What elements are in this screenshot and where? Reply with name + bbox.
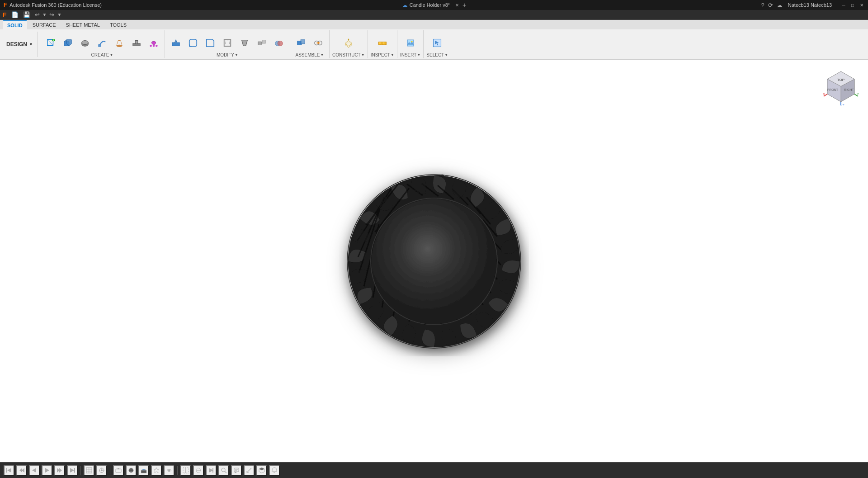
measure-2-btn[interactable] bbox=[244, 465, 255, 476]
title-bar-left: F Autodesk Fusion 360 (Education License… bbox=[4, 2, 102, 8]
canvas-area[interactable]: TOP RIGHT FRONT Z X Y bbox=[0, 60, 868, 462]
tab-surface[interactable]: SURFACE bbox=[28, 20, 61, 29]
app-menu-btn[interactable]: F bbox=[3, 11, 7, 19]
create-more-btn[interactable] bbox=[146, 34, 162, 52]
tab-solid[interactable]: SOLID bbox=[3, 20, 27, 29]
annotation-btn[interactable] bbox=[231, 465, 242, 476]
combine-btn[interactable] bbox=[271, 34, 287, 52]
undo-btn[interactable]: ↩ bbox=[33, 10, 42, 19]
svg-point-31 bbox=[317, 42, 319, 44]
assemble-icons bbox=[293, 31, 326, 52]
group-create: CREATE ▼ bbox=[40, 30, 165, 58]
timeline-play-fwd-btn[interactable] bbox=[42, 465, 52, 476]
maximize-btn[interactable]: □ bbox=[850, 2, 855, 8]
insert-mesh-btn[interactable] bbox=[401, 33, 420, 52]
ribbon: SOLID SURFACE SHEET METAL TOOLS DESIGN ▼ bbox=[0, 20, 868, 60]
insert-icons bbox=[401, 31, 420, 52]
grid-btn[interactable] bbox=[84, 465, 94, 476]
design-dropdown-btn[interactable]: DESIGN ▼ bbox=[2, 32, 38, 57]
inspect-label-btn[interactable]: INSPECT ▼ bbox=[371, 52, 394, 57]
construct-plane-btn[interactable] bbox=[340, 33, 358, 52]
separator-3 bbox=[177, 466, 178, 475]
timeline-step-back-btn[interactable] bbox=[16, 465, 27, 476]
press-pull-btn[interactable] bbox=[168, 34, 184, 52]
effects-btn[interactable] bbox=[151, 465, 162, 476]
svg-rect-27 bbox=[301, 39, 305, 43]
svg-rect-20 bbox=[225, 41, 229, 45]
object-btn[interactable] bbox=[164, 465, 175, 476]
draft-btn[interactable] bbox=[236, 34, 253, 52]
simulate-btn[interactable] bbox=[206, 465, 217, 476]
svg-line-129 bbox=[247, 468, 251, 473]
title-bar: F Autodesk Fusion 360 (Education License… bbox=[0, 0, 868, 10]
network-icon[interactable]: ⟳ bbox=[768, 2, 773, 9]
orientation-cube[interactable]: TOP RIGHT FRONT Z X Y bbox=[823, 69, 859, 105]
user-name[interactable]: Natecb13 Natecb13 bbox=[788, 2, 832, 8]
cloud-status-icon[interactable]: ☁ bbox=[777, 2, 783, 9]
create-label-btn[interactable]: CREATE ▼ bbox=[91, 52, 113, 57]
select-btn[interactable] bbox=[428, 33, 446, 52]
timeline-step-fwd-btn[interactable] bbox=[54, 465, 65, 476]
group-assemble: ASSEMBLE ▼ bbox=[290, 30, 330, 58]
new-sketch-btn[interactable] bbox=[42, 34, 59, 52]
fillet-btn[interactable] bbox=[185, 34, 201, 52]
svg-text:TOP: TOP bbox=[837, 78, 844, 82]
new-btn[interactable]: 📄 bbox=[9, 10, 20, 19]
ribbon-tabs: SOLID SURFACE SHEET METAL TOOLS bbox=[0, 20, 868, 29]
select-label-btn[interactable]: SELECT ▼ bbox=[426, 52, 448, 57]
viewport[interactable]: TOP RIGHT FRONT Z X Y bbox=[0, 60, 868, 462]
tab-sheet-metal[interactable]: SHEET METAL bbox=[61, 20, 104, 29]
construct-label-btn[interactable]: CONSTRUCT ▼ bbox=[332, 52, 365, 57]
select-icons bbox=[428, 31, 446, 52]
chamfer-btn[interactable] bbox=[202, 34, 218, 52]
rib-btn[interactable] bbox=[128, 34, 145, 52]
env-btn[interactable] bbox=[138, 465, 149, 476]
notification-btn[interactable] bbox=[269, 465, 280, 476]
measure-btn[interactable] bbox=[373, 33, 392, 52]
svg-point-116 bbox=[168, 469, 170, 471]
new-tab-btn[interactable]: + bbox=[462, 1, 466, 9]
group-insert: INSERT ▼ bbox=[397, 30, 424, 58]
loft-btn[interactable] bbox=[111, 34, 127, 52]
redo-arrow[interactable]: ▼ bbox=[57, 12, 61, 17]
inspect-icons bbox=[373, 31, 392, 52]
app-title: Autodesk Fusion 360 (Education License) bbox=[9, 2, 102, 8]
help-icon[interactable]: ? bbox=[761, 2, 764, 9]
snap-btn[interactable] bbox=[96, 465, 107, 476]
svg-point-105 bbox=[101, 469, 103, 471]
new-component-btn[interactable] bbox=[293, 34, 309, 52]
shell-btn[interactable] bbox=[219, 34, 236, 52]
svg-rect-122 bbox=[212, 468, 213, 473]
view-cube-btn[interactable] bbox=[256, 465, 267, 476]
redo-btn[interactable]: ↪ bbox=[47, 10, 56, 19]
display-mode-btn[interactable] bbox=[113, 465, 124, 476]
minimize-btn[interactable]: ─ bbox=[841, 2, 846, 8]
close-btn[interactable]: ✕ bbox=[859, 2, 864, 8]
sweep-btn[interactable] bbox=[94, 34, 110, 52]
visual-style-btn[interactable] bbox=[126, 465, 137, 476]
extrude-btn[interactable] bbox=[60, 34, 76, 52]
timeline-start-btn[interactable] bbox=[4, 465, 14, 476]
inspect-2-btn[interactable] bbox=[218, 465, 229, 476]
joint-btn[interactable] bbox=[310, 34, 326, 52]
revolve-btn[interactable] bbox=[77, 34, 93, 52]
svg-text:X: X bbox=[823, 92, 826, 96]
scale-btn[interactable] bbox=[254, 34, 270, 52]
insert-label-btn[interactable]: INSERT ▼ bbox=[400, 52, 420, 57]
svg-rect-18 bbox=[189, 39, 197, 46]
svg-rect-22 bbox=[262, 40, 265, 43]
tab-close-btn[interactable]: ✕ bbox=[455, 3, 459, 8]
sketch-grid-btn[interactable] bbox=[193, 465, 204, 476]
section-view-btn[interactable] bbox=[180, 465, 191, 476]
group-modify: MODIFY ▼ bbox=[165, 30, 290, 58]
timeline-play-back-btn[interactable] bbox=[29, 465, 40, 476]
svg-point-14 bbox=[150, 45, 152, 47]
tab-tools[interactable]: TOOLS bbox=[105, 20, 131, 29]
svg-line-124 bbox=[225, 471, 226, 473]
save-btn[interactable]: 💾 bbox=[21, 10, 32, 19]
assemble-label-btn[interactable]: ASSEMBLE ▼ bbox=[296, 52, 324, 57]
timeline-end-btn[interactable] bbox=[67, 465, 78, 476]
group-select: SELECT ▼ bbox=[424, 30, 451, 58]
modify-label-btn[interactable]: MODIFY ▼ bbox=[217, 52, 238, 57]
undo-arrow[interactable]: ▼ bbox=[42, 12, 47, 17]
